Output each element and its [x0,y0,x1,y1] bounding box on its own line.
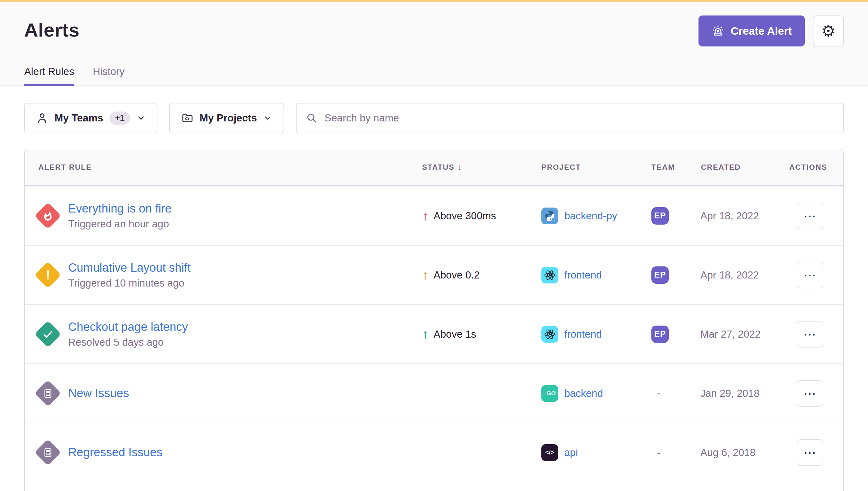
table-row: New Issues GO backend - Jan 29, 2018 ⋯ [25,364,843,423]
create-alert-label: Create Alert [731,25,792,37]
ellipsis-icon: ⋯ [804,386,817,401]
ellipsis-icon: ⋯ [804,445,817,460]
page-header: Alerts Create Alert ⚙ Alert Rules Histor [0,2,868,86]
status-threshold: Above 1s [433,328,476,340]
projects-filter-label: My Projects [200,112,257,124]
react-icon [541,326,558,343]
team-badge: EP [651,207,669,225]
column-header-team: Team [645,163,695,172]
sort-desc-icon: ↓ [457,162,463,172]
alert-rules-table: Alert Rule Status ↓ Project Team Created… [24,149,844,491]
table-row: Everything is on fire Triggered an hour … [25,186,843,245]
search-icon [306,112,318,124]
tab-history[interactable]: History [93,66,124,86]
siren-icon [711,25,725,37]
column-header-status[interactable]: Status ↓ [416,162,535,172]
team-none: - [657,387,661,399]
alert-severity-icon: ! [34,261,61,289]
alert-severity-icon [34,439,61,466]
row-actions-button[interactable]: ⋯ [797,203,823,229]
search-field [296,103,844,133]
ellipsis-icon: ⋯ [804,268,817,282]
teams-extra-count-badge: +1 [109,112,130,125]
go-icon: GO [541,385,558,402]
teams-filter-label: My Teams [55,112,103,124]
column-header-actions: Actions [783,163,843,172]
status-threshold: Above 0.2 [433,269,480,281]
filter-bar: My Teams +1 My Projects [24,103,844,133]
table-row-partial [25,482,843,491]
column-header-created: Created [695,163,783,172]
code-icon: </> [541,444,558,461]
ellipsis-icon: ⋯ [804,209,817,223]
created-date: Jan 29, 2018 [695,387,783,399]
alert-severity-icon [34,321,61,348]
teams-filter-dropdown[interactable]: My Teams +1 [24,103,158,133]
projects-filter-dropdown[interactable]: My Projects [169,103,284,133]
created-date: Apr 18, 2022 [695,269,783,281]
header-controls: Create Alert ⚙ [699,16,844,47]
column-header-alert-rule: Alert Rule [25,163,416,172]
alert-rule-subtitle: Resolved 5 days ago [68,337,188,348]
project-link[interactable]: backend [564,387,603,399]
chevron-down-icon [263,113,272,123]
gear-icon: ⚙ [821,22,836,40]
alert-severity-icon [34,202,61,230]
project-link[interactable]: frontend [564,328,602,340]
table-header-row: Alert Rule Status ↓ Project Team Created… [25,149,843,186]
warning-icon: ! [46,268,50,283]
column-header-project: Project [535,163,645,172]
alert-rule-link[interactable]: Regressed Issues [68,446,162,459]
row-actions-button[interactable]: ⋯ [797,439,823,466]
alert-rule-subtitle: Triggered 10 minutes ago [68,277,191,289]
alert-rule-link[interactable]: New Issues [68,386,129,400]
search-input[interactable] [325,112,834,124]
team-badge: EP [651,325,669,343]
row-actions-button[interactable]: ⋯ [797,380,823,407]
react-icon [541,267,558,284]
folder-code-icon [181,112,193,124]
page-title: Alerts [24,16,80,40]
ellipsis-icon: ⋯ [804,327,817,341]
created-date: Aug 6, 2018 [695,447,783,459]
tab-alert-rules[interactable]: Alert Rules [24,66,74,86]
alert-rule-link[interactable]: Cumulative Layout shift [68,261,191,275]
issues-icon [42,447,53,458]
fire-icon [42,210,53,222]
created-date: Mar 27, 2022 [695,328,783,340]
team-badge: EP [651,266,669,284]
check-icon [41,328,54,341]
settings-button[interactable]: ⚙ [813,16,844,47]
alert-rule-link[interactable]: Checkout page latency [68,320,188,334]
row-actions-button[interactable]: ⋯ [797,321,823,348]
table-row: Checkout page latency Resolved 5 days ag… [25,304,843,364]
alert-rule-link[interactable]: Everything is on fire [68,202,172,215]
project-link[interactable]: frontend [564,269,602,281]
project-link[interactable]: api [564,447,578,459]
arrow-up-icon: ↑ [422,328,428,341]
python-icon [541,207,558,224]
alert-rule-subtitle: Triggered an hour ago [68,218,172,230]
table-row: Regressed Issues </> api - Aug 6, 2018 ⋯ [25,423,843,482]
table-row: ! Cumulative Layout shift Triggered 10 m… [25,245,843,304]
main-content: My Teams +1 My Projects [0,103,868,491]
issues-icon [42,388,53,399]
row-actions-button[interactable]: ⋯ [797,262,823,288]
arrow-up-icon: ↑ [422,268,428,282]
alert-severity-icon [34,380,61,407]
project-link[interactable]: backend-py [564,210,617,222]
user-icon [36,112,48,124]
tab-bar: Alert Rules History [24,66,844,86]
create-alert-button[interactable]: Create Alert [699,16,805,47]
created-date: Apr 18, 2022 [695,210,783,222]
arrow-up-icon: ↑ [422,209,428,223]
chevron-down-icon [136,113,146,123]
status-threshold: Above 300ms [433,210,496,222]
team-none: - [657,447,661,458]
